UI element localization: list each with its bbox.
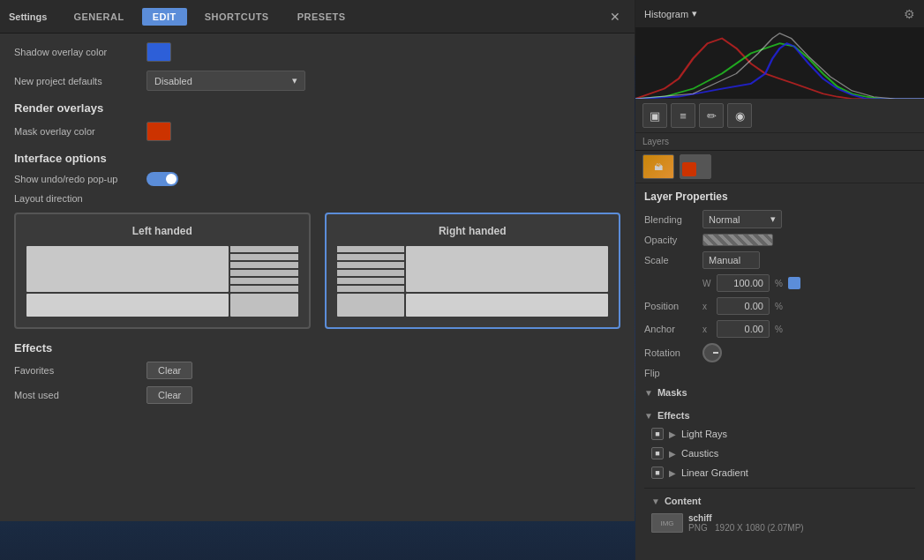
left-strip-2	[230, 254, 297, 260]
right-panel: Histogram ▾ ⚙ ▣ ≡ ✏ ◉	[635, 0, 924, 560]
right-strip-2	[337, 254, 404, 260]
show-undo-toggle[interactable]	[146, 172, 178, 186]
position-x-unit: %	[775, 302, 783, 311]
most-used-label: Most used	[14, 390, 138, 400]
position-label: Position	[644, 301, 697, 311]
layer-thumb-2[interactable]	[680, 154, 711, 179]
show-undo-label: Show undo/redo pop-up	[14, 174, 138, 184]
anchor-x-input[interactable]: 0.00	[717, 320, 770, 338]
right-strips	[337, 246, 404, 292]
layer-button-4[interactable]: ◉	[727, 103, 752, 128]
show-undo-row: Show undo/redo pop-up	[14, 172, 620, 186]
mask-overlay-row: Mask overlay color	[14, 122, 620, 141]
blending-text: Normal	[709, 214, 740, 225]
effect-light-rays-label: Light Rays	[681, 429, 727, 439]
right-strip-4	[337, 270, 404, 276]
position-x-input[interactable]: 0.00	[717, 297, 770, 315]
layer-button-2[interactable]: ≡	[671, 103, 695, 128]
left-bottom-main	[26, 294, 229, 317]
effect-linear-gradient-checkbox[interactable]: ■	[651, 467, 664, 479]
effects-lp-section: ▼ Effects ■ ▶ Light Rays ■ ▶ Caustics ■ …	[644, 407, 915, 482]
effect-caustics-checkbox[interactable]: ■	[651, 447, 664, 459]
tab-general[interactable]: GENERAL	[63, 8, 134, 26]
left-main-area	[26, 246, 229, 292]
masks-collapse-header[interactable]: ▼ Masks	[644, 384, 915, 401]
effect-light-rays-expand-icon[interactable]: ▶	[669, 429, 676, 439]
scale-w-unit: %	[775, 279, 783, 288]
opacity-gradient-display[interactable]	[702, 234, 773, 246]
new-project-value: Disabled	[154, 76, 192, 86]
anchor-label: Anchor	[644, 324, 697, 334]
left-handed-card[interactable]: Left handed	[14, 213, 311, 329]
effect-linear-gradient: ■ ▶ Linear Gradient	[644, 463, 915, 482]
effects-heading: Effects	[14, 341, 620, 355]
dialog-topbar: Settings GENERAL EDIT SHORTCUTS PRESETS …	[0, 0, 635, 34]
effect-caustics-expand-icon[interactable]: ▶	[669, 449, 676, 459]
layer-button-3[interactable]: ✏	[699, 103, 724, 128]
dialog-title: Settings	[9, 11, 47, 22]
right-main-area	[406, 246, 608, 292]
svg-rect-8	[635, 28, 924, 99]
left-strip-3	[230, 262, 297, 268]
left-strip-5	[230, 278, 297, 284]
scale-mode-box[interactable]: Manual	[702, 251, 760, 269]
left-strip-6	[230, 286, 297, 292]
favorites-clear-button[interactable]: Clear	[146, 362, 192, 379]
histogram-bar: Histogram ▾ ⚙	[635, 0, 924, 28]
tab-shortcuts[interactable]: SHORTCUTS	[194, 8, 280, 26]
effect-caustics: ■ ▶ Caustics	[644, 444, 915, 463]
right-strip-1	[337, 246, 404, 252]
content-collapse-header[interactable]: ▼ Content	[651, 492, 908, 510]
content-file-meta: PNG 1920 X 1080 (2.07MP)	[688, 523, 804, 533]
favorites-label: Favorites	[14, 365, 138, 376]
histogram-label: Histogram	[644, 9, 688, 19]
effect-linear-gradient-expand-icon[interactable]: ▶	[669, 468, 676, 478]
right-bottom-main	[406, 294, 608, 317]
most-used-row: Most used Clear	[14, 386, 620, 404]
effects-collapse-header[interactable]: ▼ Effects	[644, 407, 915, 424]
layer-thumb-row: 🏔	[635, 151, 924, 183]
close-button[interactable]: ✕	[605, 8, 626, 26]
histogram-gear-icon[interactable]: ⚙	[904, 7, 915, 21]
rotation-dial[interactable]	[702, 343, 722, 362]
new-project-dropdown[interactable]: Disabled ▾	[146, 71, 305, 91]
scale-w-input[interactable]: 100.00	[717, 274, 770, 292]
right-handed-card[interactable]: Right handed	[325, 213, 621, 329]
histogram-dropdown-icon[interactable]: ▾	[692, 8, 697, 19]
layers-color-icon: ◉	[735, 109, 745, 123]
blending-row: Blending Normal ▾	[644, 210, 915, 228]
effects-collapse-arrow: ▼	[644, 411, 653, 421]
right-layout-bottom	[337, 294, 609, 317]
scale-lock-button[interactable]	[788, 277, 800, 289]
blending-value[interactable]: Normal ▾	[702, 210, 782, 228]
tab-edit[interactable]: EDIT	[142, 8, 187, 26]
scale-w-label: W	[702, 279, 711, 288]
layer-thumb-1[interactable]: 🏔	[642, 154, 674, 179]
tab-presets[interactable]: PRESETS	[287, 8, 357, 26]
layer-icon-row: ▣ ≡ ✏ ◉	[635, 99, 924, 133]
rotation-label: Rotation	[644, 347, 697, 358]
histogram-svg	[635, 28, 924, 99]
right-strip-5	[337, 278, 404, 284]
dropdown-arrow-icon: ▾	[292, 75, 297, 86]
render-overlays-heading: Render overlays	[14, 101, 620, 115]
layer-button-1[interactable]: ▣	[642, 103, 667, 128]
anchor-x-unit: %	[775, 325, 783, 334]
shadow-overlay-color-swatch[interactable]	[146, 42, 171, 62]
right-strip-3	[337, 262, 404, 268]
layers-label: Layers	[635, 133, 924, 151]
most-used-clear-button[interactable]: Clear	[146, 386, 192, 404]
position-x-label: x	[702, 302, 711, 311]
masks-section: ▼ Masks	[644, 384, 915, 401]
anchor-x-label: x	[702, 325, 711, 334]
effect-linear-gradient-label: Linear Gradient	[681, 467, 748, 478]
opacity-label: Opacity	[644, 235, 697, 245]
mask-overlay-color-swatch[interactable]	[146, 122, 171, 141]
content-file-row: IMG schiff PNG 1920 X 1080 (2.07MP)	[651, 510, 908, 536]
right-handed-preview	[337, 246, 609, 317]
effect-light-rays-checkbox[interactable]: ■	[651, 428, 664, 440]
content-file-thumb: IMG	[651, 513, 683, 533]
right-strip-6	[337, 286, 404, 292]
favorites-row: Favorites Clear	[14, 362, 620, 379]
right-layout-top	[337, 246, 609, 292]
